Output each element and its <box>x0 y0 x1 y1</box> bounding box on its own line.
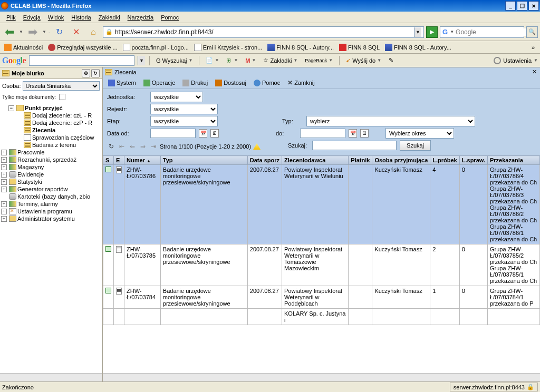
menu-pomoc[interactable]: Pomoc <box>158 13 182 22</box>
pager-first[interactable]: ⇤ <box>118 143 126 150</box>
minimize-button[interactable]: _ <box>505 1 516 11</box>
tree-pracownie[interactable]: Pracownie <box>1 149 101 156</box>
url-dropdown[interactable]: ▼ <box>414 27 421 37</box>
url-input[interactable] <box>115 28 412 36</box>
pager-prev[interactable]: ⇐ <box>128 143 137 150</box>
tree-dodaj-2[interactable]: Dodaj zlecenie: czP - R <box>1 119 101 126</box>
tree-statystyki[interactable]: Statystyki <box>1 178 101 185</box>
tree-terminy[interactable]: Terminy, alarmy <box>1 200 101 208</box>
rejestr-select[interactable]: wszystkie <box>150 104 218 114</box>
menu-dostosuj[interactable]: Dostosuj <box>212 79 249 87</box>
search-button[interactable]: 🔍 <box>526 26 538 38</box>
col-typ[interactable]: Typ <box>160 156 247 165</box>
tree-ewidencje[interactable]: Ewidencje <box>1 171 101 178</box>
pager-last[interactable]: ⇥ <box>149 143 158 150</box>
close-button[interactable]: ✕ <box>528 1 539 11</box>
table-row[interactable]: ZHW-Ł/07/03785Badanie urzędowe monitorin… <box>103 244 540 286</box>
back-button[interactable]: ⬅ <box>2 25 17 40</box>
bookmark-emi[interactable]: Emi i Krzysiek - stron... <box>192 43 264 52</box>
docs-checkbox[interactable] <box>59 94 65 100</box>
col-e[interactable]: E <box>114 156 124 165</box>
bookmark-poczta[interactable]: poczta.finn.pl - Logo... <box>121 43 191 52</box>
tree-generator[interactable]: Generator raportów <box>1 185 101 193</box>
col-lspr[interactable]: L.spraw. <box>459 156 487 165</box>
data-od-cal2[interactable]: 🗓 <box>210 129 219 138</box>
table-row[interactable]: ZHW-Ł/07/03786Badanie urzędowe monitorin… <box>103 165 540 244</box>
bookmark-przegladaj[interactable]: Przeglądaj wszystkie ... <box>46 43 119 52</box>
menu-plik[interactable]: Plik <box>3 13 19 22</box>
bookmark-aktualnosci[interactable]: Aktualności <box>2 43 45 52</box>
sidebar-tool-2[interactable]: ↻ <box>91 69 100 77</box>
data-do-cal1[interactable]: 📅 <box>349 129 357 138</box>
tree-rozrachunki[interactable]: Rozrachunki, sprzedaż <box>1 156 101 163</box>
tree-badania[interactable]: Badania z terenu <box>1 141 101 149</box>
google-gmail-button[interactable]: M▼ <box>243 56 258 65</box>
osoba-select[interactable]: Urszula Siniarska <box>23 81 100 91</box>
szukaj-input[interactable] <box>312 141 397 150</box>
menu-system[interactable]: System <box>105 79 139 87</box>
menu-historia[interactable]: Historia <box>68 13 94 22</box>
main-close-button[interactable]: ✕ <box>531 68 538 76</box>
google-highlight-button[interactable]: ✎ <box>387 56 396 65</box>
col-s[interactable]: S <box>103 156 114 165</box>
home-button[interactable]: ⌂ <box>86 25 101 40</box>
data-do-cal2[interactable]: 🗓 <box>360 129 369 138</box>
bookmarks-overflow[interactable]: » <box>528 44 538 51</box>
reload-button[interactable]: ↻ <box>52 25 67 40</box>
menu-zakladki[interactable]: Zakładki <box>95 13 123 22</box>
url-bar[interactable]: 🔒 ▼ <box>103 26 424 38</box>
col-osoba[interactable]: Osoba przyjmująca <box>372 156 430 165</box>
pager-refresh[interactable]: ↻ <box>107 143 115 150</box>
browser-search-box[interactable]: G▼ <box>440 26 524 38</box>
google-bookmarks-button[interactable]: ☆ Zakładki▼ <box>261 56 300 65</box>
pager-next[interactable]: ⇒ <box>139 143 147 150</box>
col-platnik[interactable]: Płatnik <box>349 156 372 165</box>
google-send-button[interactable]: ➹ Wyślij do▼ <box>344 56 383 65</box>
main-hscroll[interactable] <box>103 373 540 381</box>
menu-zamknij[interactable]: ✕Zamknij <box>284 78 318 87</box>
tree-kartoteki[interactable]: Kartoteki (bazy danych, zbio <box>1 193 101 200</box>
bookmark-finn3[interactable]: FINN 8 SQL - Autory... <box>383 43 454 52</box>
menu-narzedzia[interactable]: Narzędzia <box>124 13 157 22</box>
tree-magazyny[interactable]: Magazyny <box>1 163 101 171</box>
table-row[interactable]: ZHW-Ł/07/03784Badanie urzędowe monitorin… <box>103 286 540 309</box>
typ-select[interactable]: wybierz <box>306 116 475 126</box>
go-button[interactable]: ▶ <box>426 26 438 38</box>
col-numer[interactable]: Numer ▲ <box>124 156 161 165</box>
google-misc-button[interactable]: 📄▼ <box>204 56 221 65</box>
google-shield-button[interactable]: ⛨▼ <box>224 56 240 65</box>
google-pagerank-button[interactable]: PageRank▼ <box>303 57 335 64</box>
okres-select[interactable]: Wybierz okres <box>385 128 454 139</box>
data-od-cal1[interactable]: 📅 <box>199 129 207 138</box>
tree-ustawienia[interactable]: Ustawienia programu <box>1 208 101 215</box>
menu-operacje[interactable]: Operacje <box>140 79 179 87</box>
tree-sprawozdania[interactable]: Sprawozdania częściow <box>1 134 101 141</box>
col-przek[interactable]: Przekazania <box>487 156 539 165</box>
col-lprob[interactable]: L.próbek <box>430 156 459 165</box>
google-search-dropdown[interactable]: ▼ <box>138 56 145 65</box>
col-zlec[interactable]: Zleceniodawca <box>282 156 349 165</box>
menu-pomoc[interactable]: Pomoc <box>250 79 283 87</box>
tree-zlecenia[interactable]: Zlecenia <box>1 126 101 134</box>
bookmark-finn1[interactable]: FINN 8 SQL - Autory... <box>265 43 336 52</box>
settings-label[interactable]: Ustawienia <box>503 57 532 64</box>
tree-dodaj-1[interactable]: Dodaj zlecenie: czŁ - R <box>1 112 101 119</box>
google-wyszukaj-button[interactable]: GWyszukaj▼ <box>154 56 195 65</box>
data-od-input[interactable] <box>150 129 196 138</box>
tree-punkt-przyjec[interactable]: Punkt przyjęć <box>1 104 101 112</box>
menu-drukuj[interactable]: Drukuj <box>179 79 211 87</box>
menu-widok[interactable]: Widok <box>45 13 68 22</box>
sidebar-hscroll[interactable] <box>0 373 102 381</box>
bookmark-finn2[interactable]: FINN 8 SQL <box>337 43 382 52</box>
stop-button[interactable]: ✕ <box>69 25 84 40</box>
table-row[interactable]: KOLARY Sp. c. Justyna i <box>103 309 540 325</box>
data-do-input[interactable] <box>300 129 345 138</box>
sidebar-tool-1[interactable]: ⚙ <box>82 69 90 77</box>
szukaj-button[interactable]: Szukaj <box>400 140 431 151</box>
jednostka-select[interactable]: wszystkie <box>150 92 203 102</box>
etap-select[interactable]: wszystkie <box>150 116 218 126</box>
google-search-input[interactable] <box>29 55 134 66</box>
col-data[interactable]: Data sporz <box>247 156 282 165</box>
restore-button[interactable]: ❐ <box>517 1 527 11</box>
menu-edycja[interactable]: Edycja <box>20 13 44 22</box>
